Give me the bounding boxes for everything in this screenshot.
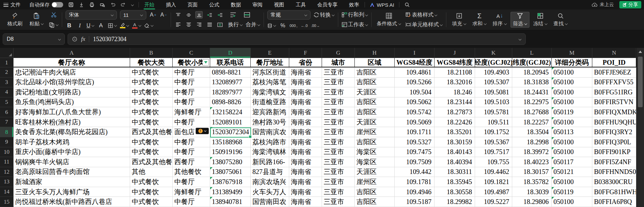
cell-M8[interactable]: 050113 — [552, 127, 592, 137]
cell-K6[interactable]: 109.5781 — [475, 107, 512, 117]
cell-J15[interactable]: 18.29982 — [435, 197, 475, 207]
cell-K14[interactable]: 109.4987 — [475, 187, 512, 197]
cell-I5[interactable]: 109.5062 — [395, 97, 435, 108]
cell-F3[interactable]: 海南省 — [289, 78, 322, 88]
search-icon[interactable] — [404, 2, 410, 8]
cell-J2[interactable]: 18.21108 — [435, 67, 475, 78]
table-style-button[interactable]: 表格样式 — [405, 11, 437, 19]
cell-C14[interactable]: 海鲜餐厅 — [173, 187, 210, 197]
column-header-E[interactable]: E — [251, 48, 289, 58]
column-header-D[interactable]: D — [210, 48, 251, 58]
increase-decimal-button[interactable]: .00→ — [311, 22, 320, 29]
cell-M15[interactable]: 050100 — [552, 197, 592, 207]
font-name-select[interactable]: 宋体 — [66, 10, 117, 20]
print-icon[interactable] — [89, 2, 95, 8]
cell-N12[interactable]: B0FFHNNDS0 — [592, 167, 636, 177]
cell-F15[interactable]: 海南省 — [289, 197, 322, 207]
cell-A14[interactable]: 三亚火车头万人海鲜广场 — [14, 187, 130, 197]
cell-E13[interactable]: 南滨农场兴 — [251, 177, 289, 187]
cell-H10[interactable]: 海棠区 — [355, 147, 395, 157]
cell-H9[interactable]: 吉阳区 — [355, 137, 395, 147]
number-format-select[interactable]: 常规 — [267, 10, 311, 20]
cell-D13[interactable]: 138767918 — [210, 177, 251, 187]
cell-K3[interactable]: 109.5307 — [475, 78, 512, 88]
column-header-A[interactable]: A — [14, 48, 130, 58]
file-menu-button[interactable]: 文件 — [3, 2, 21, 8]
cell-A10[interactable]: 重庆小面(藤桥中学店) — [14, 147, 130, 157]
cell-B4[interactable]: 中式餐饮 — [130, 87, 173, 97]
cell-J14[interactable]: 18.30558 — [435, 187, 475, 197]
row-header-12[interactable]: 12 — [0, 167, 14, 177]
cell-C12[interactable]: 其他餐饮 — [173, 167, 210, 177]
row-header-5[interactable]: 5 — [0, 97, 14, 108]
filter-dropdown-button[interactable] — [202, 59, 209, 66]
cell-F7[interactable]: 海南省 — [289, 117, 322, 127]
find-button[interactable]: 查找 — [551, 12, 570, 28]
cell-E14[interactable]: 火车头万人 — [251, 187, 289, 197]
cell-D1[interactable]: 联系电话 — [210, 58, 251, 67]
cell-C15[interactable]: 中餐厅 — [173, 197, 210, 207]
scroll-up-button[interactable] — [637, 48, 644, 55]
cell-B9[interactable]: 中式餐饮 — [130, 137, 173, 147]
cell-L15[interactable]: 18.29806 — [512, 197, 552, 207]
cell-C1[interactable]: 餐饮小类 — [173, 58, 210, 67]
cloud-status[interactable]: 未上云 — [592, 2, 614, 8]
cell-F11[interactable]: 海南省 — [289, 157, 322, 167]
cell-M12[interactable]: 050121 — [552, 167, 592, 177]
cell-N9[interactable]: B0FFIQ3P0L — [592, 137, 636, 147]
merge-cells-button[interactable]: 合并 — [246, 21, 260, 28]
cell-I4[interactable]: 109.504 — [395, 87, 435, 97]
print-preview-icon[interactable] — [99, 2, 105, 8]
cell-E5[interactable]: 街道榆亚路 — [251, 97, 289, 108]
cell-A3[interactable]: 东北品味小馆(琼州学院店) — [14, 78, 130, 88]
cell-B11[interactable]: 西式及其他餐饮 — [130, 157, 173, 167]
cell-H1[interactable]: 区域 — [355, 58, 395, 67]
column-header-K[interactable]: K — [475, 48, 512, 58]
cell-B1[interactable]: 餐饮大类 — [130, 58, 173, 67]
cell-B7[interactable]: 中式餐饮 — [130, 117, 173, 127]
cell-N15[interactable]: B0FFIA6P8Q — [592, 197, 636, 207]
cell-M2[interactable]: 050100 — [552, 67, 592, 78]
decrease-indent-button[interactable] — [206, 11, 213, 19]
cell-E11[interactable]: 新民路166- — [251, 157, 289, 167]
cell-K12[interactable]: 109.4462 — [475, 167, 512, 177]
paste-button[interactable]: 粘贴 — [27, 12, 46, 28]
cell-C9[interactable]: 中餐厅 — [173, 137, 210, 147]
cell-C4[interactable]: 中餐厅 — [173, 87, 210, 97]
cell-H5[interactable]: 吉阳区 — [355, 97, 395, 108]
format-painter-button[interactable]: 格式刷 — [5, 12, 24, 28]
cell-H3[interactable]: 吉阳区 — [355, 78, 395, 88]
cell-B12[interactable]: 其他 — [130, 167, 173, 177]
cell-F2[interactable]: 海南省 — [289, 67, 322, 78]
zoom-formula-icon[interactable] — [72, 36, 77, 42]
cell-D3[interactable]: 132089977 — [210, 78, 251, 88]
merge-cells-icon-button[interactable] — [243, 11, 251, 19]
cell-N5[interactable]: B0FFIR5TVN — [592, 97, 636, 108]
cell-C6[interactable]: 海鲜餐厅 — [173, 107, 210, 117]
wps-ai-button[interactable]: WPS AI — [370, 2, 394, 8]
cell-K11[interactable]: 109.755 — [475, 157, 512, 167]
cell-H11[interactable]: 海棠区 — [355, 157, 395, 167]
cell-M14[interactable]: 050119 — [552, 187, 592, 197]
cell-M5[interactable]: 050100 — [552, 97, 592, 108]
column-header-B[interactable]: B — [130, 48, 173, 58]
font-size-select[interactable]: 11 — [120, 10, 146, 20]
borders-button[interactable] — [108, 22, 117, 29]
cell-L7[interactable]: 18.22257 — [512, 117, 552, 127]
cell-N2[interactable]: B0FFJE96EZ — [592, 67, 636, 78]
thousands-separator-button[interactable]: 000, — [290, 22, 297, 29]
cell-style-button[interactable]: 单元格样式 — [405, 21, 443, 28]
cell-A2[interactable]: 忠记潮汕牛肉火锅店 — [14, 67, 130, 78]
cell-H7[interactable]: 天涯区 — [355, 117, 395, 127]
tab-insert[interactable]: 插入 — [165, 0, 177, 9]
wrap-text-button[interactable]: 换行 — [228, 21, 243, 28]
cell-H12[interactable]: 天涯区 — [355, 167, 395, 177]
cell-L3[interactable]: 18.31838 — [512, 78, 552, 88]
cell-C7[interactable]: 中餐厅 — [173, 117, 210, 127]
cell-D4[interactable]: 182897977 — [210, 87, 251, 97]
column-header-J[interactable]: J — [435, 48, 475, 58]
filter-button[interactable]: 筛选 — [511, 12, 529, 28]
tab-home[interactable]: 开始 — [144, 0, 155, 9]
cell-I13[interactable]: 109.1781 — [395, 177, 435, 187]
cell-B8[interactable]: 西式及其他餐饮 — [130, 127, 173, 137]
